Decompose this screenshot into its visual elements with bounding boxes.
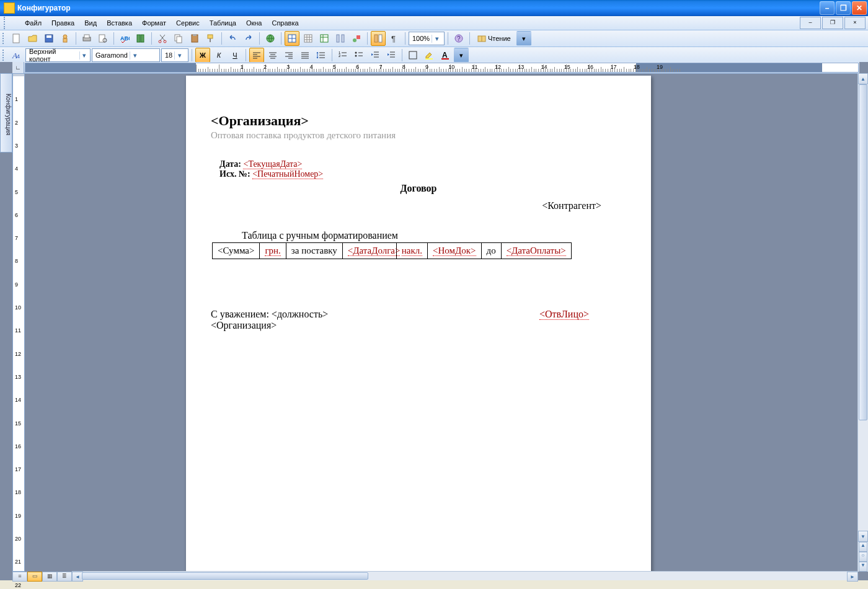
hyperlink-button[interactable] [263, 31, 278, 46]
child-close-button[interactable]: × [844, 17, 866, 29]
scroll-down-button[interactable]: ▼ [858, 531, 868, 542]
cut-button[interactable] [155, 31, 170, 46]
print-preview-button[interactable] [95, 31, 110, 46]
meta-number-line: Исх. №: <ПечатныйНомер> [219, 169, 626, 179]
permissions-button[interactable] [58, 31, 73, 46]
tables-borders-button[interactable] [285, 31, 299, 46]
horizontal-scrollbar[interactable]: ◄ ► [72, 571, 858, 580]
scroll-thumb[interactable] [859, 84, 867, 420]
drawing-button[interactable] [349, 31, 364, 46]
scroll-up-button[interactable]: ▲ [858, 73, 868, 84]
numbered-list-button[interactable]: 12 [335, 48, 350, 63]
window-maximize-button[interactable]: ❐ [836, 1, 851, 15]
svg-rect-0 [13, 34, 19, 43]
toolbar-grip[interactable] [2, 33, 6, 44]
window-minimize-button[interactable]: – [820, 1, 835, 15]
next-page-button[interactable]: ▼ [859, 562, 867, 572]
svg-text:¶: ¶ [391, 34, 396, 43]
zoom-value: 100% [412, 35, 430, 42]
italic-button[interactable]: К [211, 48, 226, 63]
line-spacing-button[interactable] [314, 48, 329, 63]
scroll-thumb-h[interactable] [82, 572, 368, 580]
insert-spreadsheet-button[interactable] [317, 31, 332, 46]
font-size-combo[interactable]: 18▾ [161, 48, 188, 62]
select-browse-button[interactable]: ○ [859, 552, 867, 562]
app-icon [4, 2, 15, 14]
vertical-scrollbar[interactable]: ▲ ▼ ▲ ○ ▼ [857, 73, 868, 572]
prev-page-button[interactable]: ▲ [859, 542, 867, 552]
align-left-button[interactable] [249, 48, 264, 63]
cell-pay-date: <ДатаОплаты> [501, 243, 571, 259]
new-doc-button[interactable] [9, 31, 24, 46]
font-size-value: 18 [165, 51, 172, 59]
svg-rect-33 [342, 35, 344, 42]
vertical-ruler[interactable]: 12345678910111213141516171819202122 [12, 73, 25, 572]
align-center-button[interactable] [265, 48, 280, 63]
print-layout-button[interactable]: ▭ [27, 572, 42, 582]
table-caption: Таблица с ручным форматированием [242, 230, 626, 241]
read-mode-button[interactable]: Чтение [473, 31, 515, 46]
toolbar-grip[interactable] [4, 17, 17, 29]
font-color-button[interactable]: A [438, 48, 453, 63]
web-layout-button[interactable]: ▦ [42, 572, 57, 582]
paste-button[interactable] [187, 31, 202, 46]
menu-help[interactable]: Справка [267, 18, 303, 28]
menu-service[interactable]: Сервис [171, 18, 205, 28]
align-justify-button[interactable] [298, 48, 312, 63]
style-combo[interactable]: Верхний колонт▾ [25, 48, 91, 62]
normal-view-button[interactable]: ≡ [12, 572, 27, 582]
chevron-down-icon: ▾ [174, 51, 184, 60]
menu-insert[interactable]: Вставка [102, 18, 137, 28]
sidebar-tab-config[interactable]: Конфигурация [0, 73, 12, 153]
increase-indent-button[interactable] [384, 48, 399, 63]
bullet-list-button[interactable] [352, 48, 366, 63]
underline-button[interactable]: Ч [228, 48, 242, 63]
save-button[interactable] [42, 31, 56, 46]
doc-map-button[interactable] [371, 31, 386, 46]
toolbar-grip[interactable] [2, 50, 6, 61]
window-titlebar: Конфигуратор – ❐ ✕ [0, 0, 868, 16]
redo-button[interactable] [241, 31, 256, 46]
highlight-button[interactable] [422, 48, 436, 63]
copy-button[interactable] [171, 31, 186, 46]
menu-edit[interactable]: Правка [46, 18, 79, 28]
ruler-corner[interactable]: ∟ [12, 62, 24, 73]
menu-windows[interactable]: Окна [241, 18, 267, 28]
undo-button[interactable] [225, 31, 240, 46]
window-close-button[interactable]: ✕ [852, 1, 867, 15]
table-row: <Сумма> грн. за поставку <ДатаДолга> нак… [213, 243, 572, 259]
help-button[interactable]: ? [451, 31, 466, 46]
spellcheck-button[interactable]: ABC [117, 31, 132, 46]
research-button[interactable] [133, 31, 148, 46]
borders-button[interactable] [405, 48, 420, 63]
work-area: Конфигурация ∟ 1234567891011121314151617… [0, 62, 868, 580]
align-right-button[interactable] [281, 48, 296, 63]
decrease-indent-button[interactable] [368, 48, 383, 63]
styles-pane-button[interactable]: A4 [9, 48, 24, 63]
format-toolbar: A4 Верхний колонт▾ Garamond▾ 18▾ Ж К Ч 1… [0, 47, 868, 64]
zoom-combo[interactable]: 100%▾ [409, 32, 445, 45]
show-formatting-button[interactable]: ¶ [387, 31, 402, 46]
insert-table-button[interactable] [301, 31, 316, 46]
child-restore-button[interactable]: ❐ [822, 17, 843, 29]
menu-file[interactable]: Файл [20, 18, 46, 28]
horizontal-ruler[interactable]: 12345678910111213141516171819 [25, 63, 859, 73]
print-button[interactable] [79, 31, 94, 46]
font-combo[interactable]: Garamond▾ [92, 48, 160, 62]
format-painter-button[interactable] [203, 31, 218, 46]
scroll-right-button[interactable]: ► [847, 572, 858, 582]
bold-button[interactable]: Ж [195, 48, 210, 63]
open-button[interactable] [25, 31, 40, 46]
counterparty: <Контрагент> [211, 200, 626, 211]
columns-button[interactable] [333, 31, 348, 46]
menu-view[interactable]: Вид [79, 18, 102, 28]
child-minimize-button[interactable]: – [800, 17, 821, 29]
menu-table[interactable]: Таблица [205, 18, 241, 28]
toolbar-overflow-button[interactable]: ▾ [516, 31, 531, 46]
menu-format[interactable]: Формат [137, 18, 171, 28]
toolbar-overflow-button[interactable]: ▾ [454, 48, 469, 63]
doc-title: Договор [211, 183, 626, 194]
outline-view-button[interactable]: ≣ [57, 572, 72, 582]
document-viewport[interactable]: <Организация> Оптовая поставка продуктов… [25, 73, 858, 572]
cell-doc-number: <НомДок> [428, 243, 481, 259]
